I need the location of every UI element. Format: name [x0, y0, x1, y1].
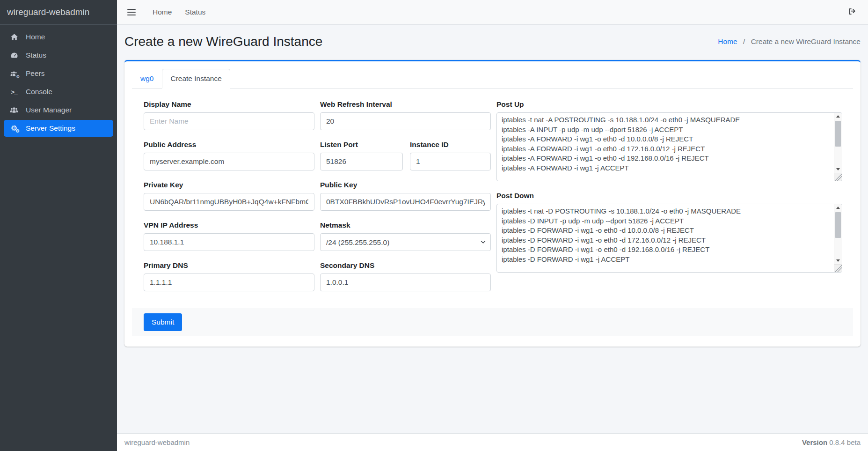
breadcrumb-home-link[interactable]: Home [718, 37, 737, 45]
post-up-text: iptables -t nat -A POSTROUTING -s 10.188… [497, 113, 833, 181]
primary-dns-label: Primary DNS [144, 261, 314, 270]
footer-version-value: 0.8.4 beta [829, 438, 861, 446]
instance-tabs: wg0 Create Instance [132, 69, 853, 89]
sidebar-nav: Home Status ⚙ Peers >_ Console [0, 25, 117, 142]
sidebar-item-user-manager[interactable]: User Manager [4, 102, 113, 118]
sign-out-icon [848, 7, 857, 17]
public-key-label: Public Key [320, 180, 491, 189]
sidebar-toggle-button[interactable] [124, 5, 139, 20]
instance-id-input[interactable] [410, 153, 491, 170]
brand-text: wireguard-webadmin [7, 7, 89, 17]
page-footer: wireguard-webadmin Version 0.8.4 beta [117, 433, 868, 451]
post-up-scrollbar[interactable] [834, 113, 842, 173]
gauge-icon [8, 52, 20, 59]
tab-create-instance[interactable]: Create Instance [162, 69, 230, 89]
home-icon [8, 33, 20, 41]
netmask-label: Netmask [320, 221, 491, 229]
sidebar-item-status[interactable]: Status [4, 47, 113, 64]
main-column: Home Status Create a new WireGuard Insta… [117, 0, 868, 451]
scroll-up-icon[interactable] [834, 113, 842, 120]
content-area: Create a new WireGuard Instance Home / C… [117, 25, 868, 433]
form-column-2: Web Refresh Interval Listen Port Instanc… [320, 100, 491, 301]
display-name-label: Display Name [144, 100, 314, 109]
top-navbar: Home Status [117, 0, 868, 25]
hamburger-icon [127, 9, 136, 15]
post-down-label: Post Down [496, 191, 842, 200]
brand-link[interactable]: wireguard-webadmin [0, 0, 117, 25]
public-address-input[interactable] [144, 153, 314, 170]
scroll-down-icon[interactable] [834, 257, 842, 264]
submit-button[interactable]: Submit [144, 313, 182, 331]
sidebar-item-label: User Manager [26, 106, 72, 114]
terminal-icon: >_ [8, 89, 20, 96]
sidebar-item-server-settings[interactable]: ⚙⚙ Server Settings [4, 120, 113, 137]
instance-form: Display Name Public Address Private Key [132, 89, 853, 301]
post-up-textarea[interactable]: iptables -t nat -A POSTROUTING -s 10.188… [496, 112, 842, 181]
form-column-1: Display Name Public Address Private Key [144, 100, 314, 301]
post-up-scroll-thumb[interactable] [835, 121, 841, 147]
sidebar-item-label: Peers [26, 69, 45, 78]
footer-version: Version 0.8.4 beta [802, 438, 861, 446]
post-down-scrollbar[interactable] [834, 204, 842, 264]
instance-card: wg0 Create Instance Display Name Public … [124, 60, 861, 347]
breadcrumb: Home / Create a new WireGuard Instance [718, 37, 861, 46]
listen-port-input[interactable] [320, 153, 403, 170]
sidebar-item-peers[interactable]: ⚙ Peers [4, 65, 113, 82]
primary-dns-input[interactable] [144, 274, 314, 291]
web-refresh-interval-label: Web Refresh Interval [320, 100, 491, 109]
private-key-label: Private Key [144, 180, 314, 189]
vpn-ip-label: VPN IP Address [144, 221, 314, 229]
instance-id-label: Instance ID [410, 140, 491, 149]
topnav-link-status[interactable]: Status [178, 4, 212, 20]
logout-button[interactable] [844, 5, 861, 20]
post-down-scroll-thumb[interactable] [835, 212, 841, 238]
scroll-down-icon[interactable] [834, 166, 842, 173]
sidebar-item-label: Console [26, 88, 52, 96]
topnav-link-home[interactable]: Home [146, 4, 178, 20]
post-down-textarea[interactable]: iptables -t nat -D POSTROUTING -s 10.188… [496, 204, 842, 273]
sidebar-item-console[interactable]: >_ Console [4, 83, 113, 100]
breadcrumb-current: Create a new WireGuard Instance [751, 37, 861, 45]
sidebar-item-label: Status [26, 51, 46, 59]
post-up-label: Post Up [496, 100, 842, 109]
resize-grip-icon[interactable] [834, 264, 842, 272]
scroll-up-icon[interactable] [834, 204, 842, 211]
sidebar-item-label: Server Settings [26, 124, 75, 133]
submit-strip: Submit [132, 308, 853, 336]
public-key-input[interactable] [320, 193, 491, 211]
page-title: Create a new WireGuard Instance [124, 34, 322, 50]
footer-brand: wireguard-webadmin [124, 438, 190, 446]
post-down-scroll-track[interactable] [834, 211, 842, 257]
netmask-select[interactable]: /24 (255.255.255.0) [320, 233, 491, 251]
web-refresh-interval-input[interactable] [320, 112, 491, 130]
post-up-scroll-track[interactable] [834, 120, 842, 166]
tab-wg0[interactable]: wg0 [132, 69, 162, 89]
card-body: wg0 Create Instance Display Name Public … [124, 61, 861, 347]
users-gear-icon: ⚙ [8, 70, 20, 77]
footer-version-label: Version [802, 438, 827, 446]
form-column-3: Post Up iptables -t nat -A POSTROUTING -… [496, 100, 842, 301]
resize-grip-icon[interactable] [834, 173, 842, 181]
secondary-dns-input[interactable] [320, 274, 491, 291]
listen-port-label: Listen Port [320, 140, 403, 149]
post-down-text: iptables -t nat -D POSTROUTING -s 10.188… [497, 204, 833, 272]
public-address-label: Public Address [144, 140, 314, 149]
secondary-dns-label: Secondary DNS [320, 261, 491, 270]
sidebar-item-home[interactable]: Home [4, 29, 113, 45]
breadcrumb-separator: / [743, 37, 745, 45]
users-icon [8, 106, 20, 114]
display-name-input[interactable] [144, 112, 314, 130]
gears-icon: ⚙⚙ [8, 125, 20, 132]
private-key-input[interactable] [144, 193, 314, 211]
sidebar-item-label: Home [26, 33, 45, 41]
sidebar: wireguard-webadmin Home Status ⚙ Peers [0, 0, 117, 451]
content-header: Create a new WireGuard Instance Home / C… [117, 25, 868, 50]
vpn-ip-input[interactable] [144, 233, 314, 251]
